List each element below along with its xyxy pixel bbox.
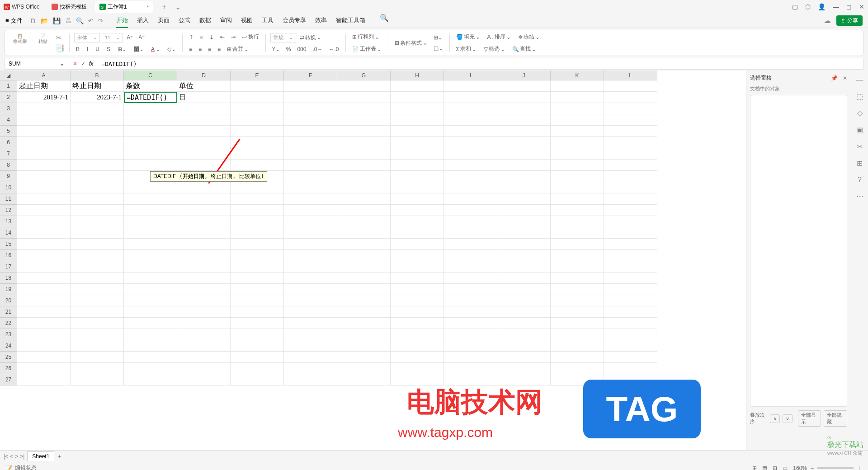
border-icon[interactable]: ⊞⌄: [116, 45, 128, 53]
formula-input[interactable]: =DATEDIF(): [98, 61, 863, 67]
cell[interactable]: [284, 295, 337, 306]
zoom-out-button[interactable]: −: [811, 465, 814, 470]
row-header[interactable]: 26: [0, 363, 17, 374]
cell[interactable]: [444, 295, 497, 306]
row-header[interactable]: 19: [0, 284, 17, 295]
tab-workbook[interactable]: S 工作簿1 •: [95, 1, 153, 13]
cell[interactable]: [177, 193, 231, 205]
cell[interactable]: [284, 126, 337, 137]
cell[interactable]: [497, 295, 551, 306]
cell[interactable]: [17, 227, 71, 239]
cell[interactable]: [71, 193, 124, 205]
cell[interactable]: [497, 126, 551, 137]
select-tool-icon[interactable]: ⬚: [856, 92, 863, 101]
cell[interactable]: [551, 273, 604, 284]
cell[interactable]: [124, 103, 177, 114]
cell[interactable]: [284, 216, 337, 227]
align-center-icon[interactable]: ≡: [197, 44, 203, 54]
cell[interactable]: [177, 374, 231, 385]
help-icon[interactable]: ?: [858, 176, 862, 184]
cell[interactable]: [604, 103, 657, 114]
freeze-button[interactable]: ❄ 冻结⌄: [516, 32, 542, 42]
cell[interactable]: [604, 250, 657, 261]
cell[interactable]: [17, 137, 71, 148]
cell[interactable]: [231, 103, 284, 114]
sheet-tab-1[interactable]: Sheet1: [27, 451, 54, 461]
cell[interactable]: [551, 284, 604, 295]
open-icon[interactable]: 📂: [41, 17, 48, 24]
close-button[interactable]: ✕: [859, 3, 864, 10]
tab-data[interactable]: 数据: [199, 14, 211, 28]
cell[interactable]: [17, 193, 71, 205]
row-header[interactable]: 2: [0, 92, 17, 103]
cell[interactable]: [231, 205, 284, 216]
row-header[interactable]: 14: [0, 227, 17, 239]
cell[interactable]: 条数: [124, 80, 177, 92]
cell[interactable]: [444, 137, 497, 148]
cell[interactable]: [604, 205, 657, 216]
cell[interactable]: [124, 160, 177, 171]
cell[interactable]: [551, 329, 604, 340]
cell[interactable]: [391, 148, 444, 160]
cell[interactable]: [391, 92, 444, 103]
cell[interactable]: [124, 363, 177, 374]
cell[interactable]: [124, 137, 177, 148]
cell[interactable]: [231, 273, 284, 284]
cell[interactable]: [177, 205, 231, 216]
cell[interactable]: [17, 329, 71, 340]
cell[interactable]: 日: [177, 92, 231, 103]
cell[interactable]: [551, 92, 604, 103]
font-color-icon[interactable]: A⌄: [149, 45, 162, 53]
tab-add-button[interactable]: ＋: [157, 0, 171, 14]
font-name-select[interactable]: 宋体⌄: [74, 33, 100, 42]
cell[interactable]: [391, 126, 444, 137]
tab-menu[interactable]: ⌄: [175, 3, 181, 11]
save-icon[interactable]: 💾: [53, 17, 61, 24]
decrease-font-icon[interactable]: A⁻: [137, 33, 146, 42]
row-header[interactable]: 5: [0, 126, 17, 137]
cell[interactable]: [551, 126, 604, 137]
move-up-button[interactable]: ∧: [770, 414, 780, 423]
cell[interactable]: 2023-7-1: [71, 92, 124, 103]
cell[interactable]: [284, 273, 337, 284]
cell[interactable]: [284, 284, 337, 295]
cell[interactable]: [231, 284, 284, 295]
cell[interactable]: [337, 92, 391, 103]
cell[interactable]: [391, 205, 444, 216]
add-sheet-button[interactable]: ＋: [57, 452, 62, 460]
cell[interactable]: [71, 295, 124, 306]
cell[interactable]: [497, 363, 551, 374]
spreadsheet-grid[interactable]: ◢ A B C D E F G H I J K L 1 起止日期 终止日期 条数…: [0, 70, 746, 385]
cut-icon[interactable]: ✂: [56, 33, 65, 42]
cell[interactable]: [17, 306, 71, 318]
cell[interactable]: [231, 306, 284, 318]
cell[interactable]: [497, 160, 551, 171]
cell[interactable]: [177, 137, 231, 148]
col-header-L[interactable]: L: [604, 70, 657, 80]
tab-insert[interactable]: 插入: [137, 14, 149, 28]
cell[interactable]: [604, 137, 657, 148]
cell[interactable]: 起止日期: [17, 80, 71, 92]
cell[interactable]: [551, 306, 604, 318]
cell[interactable]: [71, 137, 124, 148]
view-normal-icon[interactable]: ⊞: [752, 465, 757, 470]
cell[interactable]: [551, 352, 604, 363]
row-header[interactable]: 8: [0, 160, 17, 171]
cell[interactable]: [391, 295, 444, 306]
cell[interactable]: [444, 80, 497, 92]
cell[interactable]: [177, 250, 231, 261]
row-header[interactable]: 17: [0, 261, 17, 273]
underline-icon[interactable]: U: [94, 45, 101, 53]
tab-view[interactable]: 视图: [241, 14, 253, 28]
row-header[interactable]: 6: [0, 137, 17, 148]
align-left-icon[interactable]: ≡: [187, 44, 194, 54]
cell[interactable]: [444, 171, 497, 182]
tab-formula[interactable]: 公式: [179, 14, 190, 28]
cell[interactable]: [284, 340, 337, 352]
cell[interactable]: [337, 160, 391, 171]
view-break-icon[interactable]: ⊡: [773, 465, 777, 470]
cell[interactable]: [497, 318, 551, 329]
cell[interactable]: [551, 363, 604, 374]
cell[interactable]: [337, 205, 391, 216]
cell[interactable]: [71, 171, 124, 182]
